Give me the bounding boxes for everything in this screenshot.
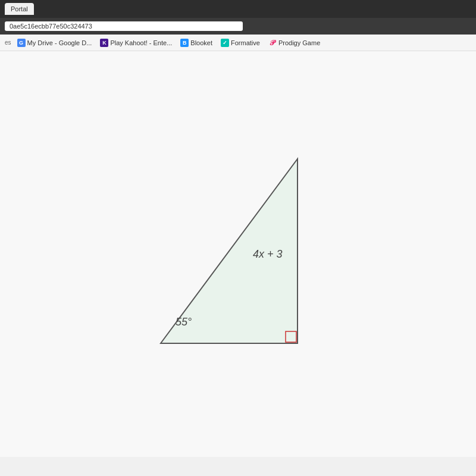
- bookmark-kahoot[interactable]: K Play Kahoot! - Ente...: [98, 37, 174, 48]
- formative-icon: ✓: [221, 39, 229, 47]
- kahoot-icon: K: [100, 39, 108, 47]
- bookmark-label-formative: Formative: [231, 39, 260, 46]
- bookmark-label-prodigy: Prodigy Game: [278, 39, 320, 46]
- bookmarks-prefix: es: [5, 39, 11, 46]
- bookmarks-bar: es G My Drive - Google D... K Play Kahoo…: [0, 35, 476, 51]
- prodigy-icon: 𝒫: [268, 39, 277, 47]
- bookmark-formative[interactable]: ✓ Formative: [218, 37, 262, 48]
- active-tab[interactable]: Portal: [5, 3, 34, 15]
- browser-top-bar: Portal: [0, 0, 476, 18]
- bookmark-my-drive[interactable]: G My Drive - Google D...: [15, 37, 95, 48]
- address-bar-row: 0ae5c16ecbb77e50c324473: [0, 18, 476, 35]
- blooket-icon: B: [180, 39, 189, 47]
- angle-label: 55°: [176, 316, 192, 328]
- triangle-diagram: 4x + 3 55°: [143, 141, 333, 367]
- bookmark-label-my-drive: My Drive - Google D...: [27, 39, 92, 46]
- hypotenuse-label: 4x + 3: [253, 248, 283, 261]
- main-content: 4x + 3 55°: [0, 51, 476, 457]
- triangle-svg: [143, 141, 333, 367]
- address-text: 0ae5c16ecbb77e50c324473: [10, 23, 92, 30]
- tab-label: Portal: [11, 5, 28, 12]
- bookmark-prodigy[interactable]: 𝒫 Prodigy Game: [266, 37, 322, 48]
- bookmark-label-blooket: Blooket: [190, 39, 212, 46]
- address-bar[interactable]: 0ae5c16ecbb77e50c324473: [5, 21, 243, 31]
- google-drive-icon: G: [17, 39, 26, 47]
- bookmark-blooket[interactable]: B Blooket: [178, 37, 215, 48]
- bookmark-label-kahoot: Play Kahoot! - Ente...: [110, 39, 172, 46]
